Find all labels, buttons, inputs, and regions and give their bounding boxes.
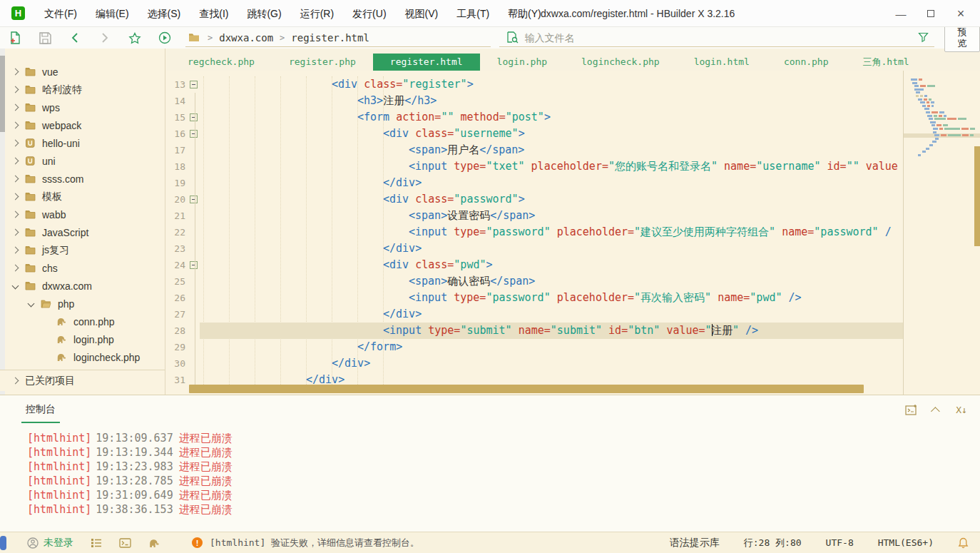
new-terminal-icon[interactable] bbox=[905, 404, 918, 415]
php-elephant-icon[interactable] bbox=[148, 538, 160, 548]
breadcrumb-item[interactable]: register.html bbox=[291, 32, 369, 44]
preview-button[interactable]: 预览 bbox=[944, 24, 980, 52]
tree-item-dxwxa.com[interactable]: dxwxa.com bbox=[5, 277, 165, 295]
chevron-right-icon[interactable] bbox=[12, 158, 19, 165]
save-button[interactable] bbox=[38, 31, 52, 45]
tab-register.php[interactable]: register.php bbox=[272, 54, 373, 71]
notification-bell-icon[interactable] bbox=[958, 537, 969, 549]
menu-文件(F)[interactable]: 文件(F) bbox=[35, 8, 86, 19]
code-line-17[interactable]: <span>用户名</span> bbox=[200, 142, 903, 158]
menu-运行(R)[interactable]: 运行(R) bbox=[291, 8, 343, 19]
tree-item-vue[interactable]: vue bbox=[5, 63, 165, 81]
chevron-right-icon[interactable] bbox=[12, 229, 19, 236]
code-line-18[interactable]: <input type="txet" placeholder="您的账号名和登录… bbox=[200, 158, 903, 175]
close-button[interactable]: × bbox=[946, 0, 976, 27]
fold-collapse-icon[interactable] bbox=[190, 196, 198, 203]
favorite-button[interactable] bbox=[128, 31, 142, 45]
chevron-right-icon[interactable] bbox=[12, 69, 19, 76]
tab-三角.html[interactable]: 三角.html bbox=[846, 54, 927, 71]
code-pane[interactable]: <div class="register"><h3>注册</h3><form a… bbox=[200, 76, 903, 395]
encoding-label[interactable]: UTF-8 bbox=[826, 537, 854, 548]
code-line-28[interactable]: <input type="submit" name="submit" id="b… bbox=[200, 323, 903, 339]
fold-collapse-icon[interactable] bbox=[190, 261, 198, 269]
code-line-16[interactable]: <div class="userneme"> bbox=[200, 126, 903, 142]
code-line-14[interactable]: <h3>注册</h3> bbox=[200, 93, 903, 109]
tree-item-php[interactable]: php bbox=[5, 295, 165, 313]
terminal-icon[interactable] bbox=[119, 538, 131, 548]
chevron-right-icon[interactable] bbox=[12, 211, 19, 218]
chevron-right-icon[interactable] bbox=[12, 104, 19, 111]
tree-item-ssss.com[interactable]: ssss.com bbox=[5, 170, 165, 188]
tree-item-hello-uni[interactable]: hello-uni bbox=[5, 134, 165, 152]
run-button[interactable] bbox=[158, 31, 172, 45]
tree-item-logincheck.php[interactable]: logincheck.php bbox=[5, 348, 165, 366]
sidebar-scrollbar-track[interactable] bbox=[0, 49, 5, 395]
menu-查找(I)[interactable]: 查找(I) bbox=[190, 8, 238, 19]
panel-corner-scrollbar[interactable] bbox=[0, 536, 6, 550]
login-status[interactable]: 未登录 bbox=[27, 537, 73, 549]
tree-item-模板[interactable]: 模板 bbox=[5, 188, 165, 206]
fold-collapse-icon[interactable] bbox=[190, 113, 198, 121]
chevron-right-icon[interactable] bbox=[12, 86, 19, 93]
code-line-22[interactable]: <input type="password" placeholder="建议至少… bbox=[200, 224, 903, 240]
tree-item-webpack[interactable]: webpack bbox=[5, 116, 165, 134]
tree-item-哈利波特[interactable]: 哈利波特 bbox=[5, 81, 165, 98]
fold-collapse-icon[interactable] bbox=[190, 81, 198, 88]
code-line-26[interactable]: <input type="password" placeholder="再次输入… bbox=[200, 290, 903, 306]
code-editor[interactable]: 13141516171819202122232425262728293031 <… bbox=[166, 71, 980, 395]
closed-projects-section[interactable]: 已关闭项目 bbox=[0, 370, 165, 391]
chevron-right-icon[interactable] bbox=[12, 193, 19, 201]
menu-视图(V)[interactable]: 视图(V) bbox=[396, 8, 448, 19]
menu-编辑(E)[interactable]: 编辑(E) bbox=[86, 8, 138, 19]
sidebar-scrollbar-thumb[interactable] bbox=[0, 56, 5, 132]
new-file-button[interactable] bbox=[8, 31, 22, 45]
tab-login.php[interactable]: login.php bbox=[480, 54, 564, 71]
code-line-20[interactable]: <div class="password"> bbox=[200, 191, 903, 208]
code-line-19[interactable]: </div> bbox=[200, 175, 903, 191]
tab-register.html[interactable]: register.html bbox=[373, 54, 480, 71]
tree-item-js复习[interactable]: js复习 bbox=[5, 241, 165, 259]
tab-login.html[interactable]: login.html bbox=[677, 54, 767, 71]
chevron-down-icon[interactable] bbox=[12, 283, 19, 290]
chevron-right-icon[interactable] bbox=[12, 140, 19, 147]
collapse-panel-icon[interactable] bbox=[934, 407, 940, 413]
forward-button[interactable] bbox=[98, 31, 112, 45]
back-button[interactable] bbox=[68, 31, 82, 45]
line-number-13[interactable]: 13 bbox=[166, 76, 200, 93]
menu-跳转(G)[interactable]: 跳转(G) bbox=[238, 8, 290, 19]
filetype-label[interactable]: HTML(ES6+) bbox=[878, 537, 934, 548]
tree-item-wps[interactable]: wps bbox=[5, 98, 165, 116]
cursor-position[interactable]: 行:28 列:80 bbox=[744, 537, 802, 549]
tree-item-conn.php[interactable]: conn.php bbox=[5, 313, 165, 330]
tab-conn.php[interactable]: conn.php bbox=[767, 54, 846, 71]
menu-发行(U)[interactable]: 发行(U) bbox=[343, 8, 395, 19]
maximize-button[interactable] bbox=[916, 0, 946, 27]
chevron-right-icon[interactable] bbox=[12, 265, 19, 272]
syntax-lib-label[interactable]: 语法提示库 bbox=[670, 537, 720, 549]
console-tab[interactable]: 控制台 bbox=[21, 403, 60, 423]
minimize-button[interactable]: — bbox=[886, 0, 916, 27]
tree-item-JavaScript[interactable]: JavaScript bbox=[5, 223, 165, 241]
code-line-25[interactable]: <span>确认密码</span> bbox=[200, 273, 903, 290]
chevron-down-icon[interactable] bbox=[28, 300, 35, 308]
code-line-27[interactable]: </div> bbox=[200, 306, 903, 323]
tree-item-chs[interactable]: chs bbox=[5, 259, 165, 277]
tree-item-uni[interactable]: uni bbox=[5, 152, 165, 170]
tree-item-login.php[interactable]: login.php bbox=[5, 330, 165, 348]
outline-list-icon[interactable] bbox=[91, 538, 102, 548]
code-line-15[interactable]: <form action="" method="post"> bbox=[200, 109, 903, 126]
minimap[interactable] bbox=[903, 71, 980, 395]
chevron-right-icon[interactable] bbox=[12, 247, 19, 254]
horizontal-scrollbar-thumb[interactable] bbox=[189, 385, 864, 393]
tab-logincheck.php[interactable]: logincheck.php bbox=[564, 54, 677, 71]
menu-选择(S)[interactable]: 选择(S) bbox=[138, 8, 190, 19]
vertical-scrollbar-thumb[interactable] bbox=[974, 146, 980, 246]
code-line-29[interactable]: </form> bbox=[200, 339, 903, 355]
search-input[interactable] bbox=[524, 32, 918, 44]
code-line-13[interactable]: <div class="register"> bbox=[200, 76, 903, 93]
code-line-30[interactable]: </div> bbox=[200, 355, 903, 372]
code-line-21[interactable]: <span>设置密码</span> bbox=[200, 208, 903, 224]
code-line-24[interactable]: <div class="pwd"> bbox=[200, 257, 903, 273]
chevron-right-icon[interactable] bbox=[12, 176, 19, 183]
tree-item-wabb[interactable]: wabb bbox=[5, 206, 165, 223]
